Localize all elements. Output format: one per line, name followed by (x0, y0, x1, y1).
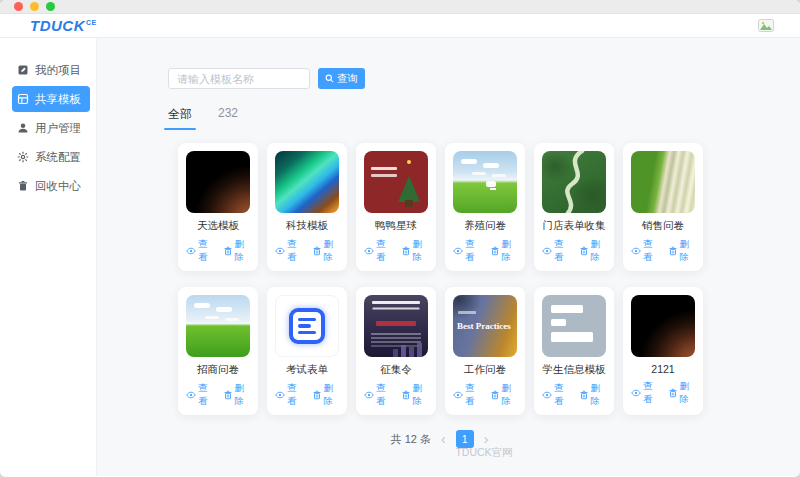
user-icon (17, 122, 29, 134)
search-bar: 查询 (168, 68, 800, 89)
sidebar-item-recycle-center[interactable]: 回收中心 (12, 173, 90, 199)
template-title: 征集令 (364, 363, 428, 377)
template-thumbnail[interactable] (364, 295, 428, 357)
delete-template-link-label: 删除 (680, 380, 696, 406)
template-card: 考试表单查看删除 (267, 287, 347, 415)
delete-template-link[interactable]: 删除 (312, 382, 340, 408)
sidebar-item-shared-templates[interactable]: 共享模板 (12, 86, 90, 112)
delete-template-link[interactable]: 删除 (312, 238, 340, 264)
view-template-link-label: 查看 (643, 238, 659, 264)
delete-template-link-label: 删除 (235, 382, 251, 408)
template-card: 养殖问卷查看删除 (445, 143, 525, 271)
sidebar: 我的项目共享模板用户管理系统配置回收中心 (0, 38, 97, 476)
view-template-link-label: 查看 (643, 380, 659, 406)
template-thumbnail[interactable] (542, 295, 606, 357)
view-template-link[interactable]: 查看 (364, 238, 392, 264)
template-grid: 天选模板查看删除科技模板查看删除鸭鸭星球查看删除养殖问卷查看删除门店表单收集查看… (178, 143, 703, 415)
delete-template-link[interactable]: 删除 (223, 382, 251, 408)
template-thumbnail[interactable]: Best Practices (453, 295, 517, 357)
template-title: 招商问卷 (186, 363, 250, 377)
delete-template-link[interactable]: 删除 (668, 238, 696, 264)
template-thumbnail[interactable] (631, 151, 695, 213)
view-template-link[interactable]: 查看 (186, 382, 214, 408)
delete-template-link[interactable]: 删除 (401, 382, 429, 408)
eye-icon (364, 246, 374, 256)
card-actions: 查看删除 (542, 238, 606, 264)
delete-icon (668, 246, 678, 256)
template-thumbnail[interactable] (186, 151, 250, 213)
delete-template-link[interactable]: 删除 (579, 238, 607, 264)
card-actions: 查看删除 (364, 382, 428, 408)
delete-icon (579, 246, 589, 256)
search-button-label: 查询 (337, 72, 358, 86)
template-card: 天选模板查看删除 (178, 143, 258, 271)
view-template-link[interactable]: 查看 (275, 238, 303, 264)
delete-icon (490, 390, 500, 400)
delete-template-link-label: 删除 (591, 382, 607, 408)
delete-icon (401, 390, 411, 400)
template-search-input[interactable] (168, 68, 310, 89)
view-template-link[interactable]: 查看 (631, 380, 659, 406)
template-card: 销售问卷查看删除 (623, 143, 703, 271)
sidebar-item-user-management[interactable]: 用户管理 (12, 115, 90, 141)
document-form-icon (289, 308, 325, 344)
traffic-light-minimize[interactable] (30, 2, 39, 11)
view-template-link[interactable]: 查看 (542, 382, 570, 408)
search-button[interactable]: 查询 (318, 68, 365, 89)
view-template-link[interactable]: 查看 (275, 382, 303, 408)
delete-icon (312, 246, 322, 256)
view-template-link[interactable]: 查看 (542, 238, 570, 264)
sidebar-item-system-config[interactable]: 系统配置 (12, 144, 90, 170)
traffic-light-zoom[interactable] (46, 2, 55, 11)
template-thumbnail[interactable] (453, 151, 517, 213)
delete-template-link[interactable]: 删除 (490, 382, 518, 408)
view-template-link[interactable]: 查看 (186, 238, 214, 264)
template-card: 招商问卷查看删除 (178, 287, 258, 415)
view-template-link[interactable]: 查看 (631, 238, 659, 264)
view-template-link[interactable]: 查看 (453, 382, 481, 408)
delete-template-link[interactable]: 删除 (579, 382, 607, 408)
tab-all[interactable]: 全部 (168, 106, 192, 130)
delete-icon (223, 246, 233, 256)
view-template-link[interactable]: 查看 (453, 238, 481, 264)
template-thumbnail[interactable] (275, 295, 339, 357)
os-titlebar (0, 0, 800, 14)
project-icon (17, 64, 29, 76)
view-template-link[interactable]: 查看 (364, 382, 392, 408)
logo-badge: CE (86, 19, 97, 26)
delete-template-link[interactable]: 删除 (401, 238, 429, 264)
delete-template-link-label: 删除 (502, 382, 518, 408)
cloud-graphic (194, 303, 210, 308)
traffic-light-close[interactable] (14, 2, 23, 11)
card-actions: 查看删除 (631, 380, 695, 406)
template-title: 鸭鸭星球 (364, 219, 428, 233)
delete-template-link-label: 删除 (680, 238, 696, 264)
template-thumbnail[interactable] (364, 151, 428, 213)
sidebar-item-label: 用户管理 (35, 121, 81, 136)
card-actions: 查看删除 (364, 238, 428, 264)
sidebar-item-label: 我的项目 (35, 63, 81, 78)
eye-icon (542, 390, 552, 400)
delete-template-link[interactable]: 删除 (223, 238, 251, 264)
template-thumbnail[interactable] (186, 295, 250, 357)
eye-icon (275, 246, 285, 256)
tduck-site-link[interactable]: TDUCK官网 (455, 446, 512, 458)
card-actions: 查看删除 (186, 382, 250, 408)
winding-road-graphic (542, 151, 606, 213)
template-thumbnail[interactable] (631, 295, 695, 357)
view-template-link-label: 查看 (376, 238, 392, 264)
template-title: 2121 (631, 363, 695, 375)
delete-template-link[interactable]: 删除 (668, 380, 696, 406)
template-thumbnail[interactable] (275, 151, 339, 213)
tab-232[interactable]: 232 (218, 106, 238, 130)
delete-template-link-label: 删除 (413, 382, 429, 408)
card-actions: 查看删除 (453, 238, 517, 264)
delete-template-link[interactable]: 删除 (490, 238, 518, 264)
card-actions: 查看删除 (453, 382, 517, 408)
sidebar-item-my-projects[interactable]: 我的项目 (12, 57, 90, 83)
tabs: 全部232 (168, 106, 800, 130)
tduck-logo: TDUCKCE (30, 17, 97, 34)
profile-image-icon[interactable] (758, 19, 774, 32)
view-template-link-label: 查看 (465, 238, 481, 264)
template-thumbnail[interactable] (542, 151, 606, 213)
